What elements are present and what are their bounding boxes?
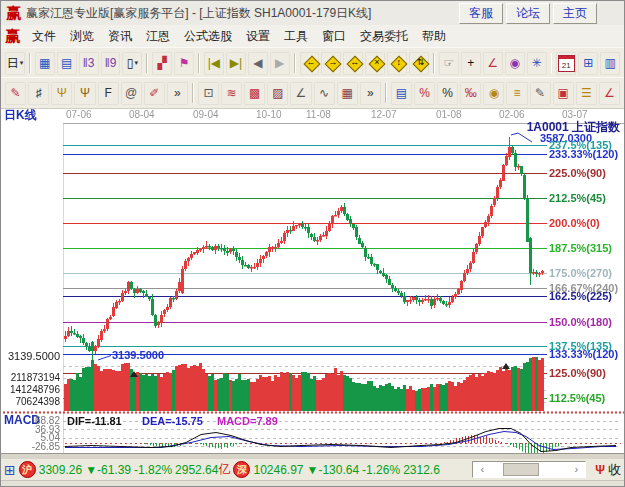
gold-band-icon: ☰: [581, 86, 592, 100]
fan-lines-button[interactable]: ≋: [221, 82, 242, 105]
sz-index-amount: 2312.6: [403, 463, 440, 477]
menu-gann[interactable]: 江恩: [139, 26, 177, 47]
candle-style-selector[interactable]: ▯▾: [122, 52, 142, 75]
minute-chart-9-icon: ‖9: [105, 56, 117, 70]
menu-settings[interactable]: 设置: [239, 26, 277, 47]
zoom-compress-right-button[interactable]: →: [321, 52, 341, 75]
angle-line-button[interactable]: ∠: [290, 82, 311, 105]
date-axis-label: 12-07: [371, 109, 397, 121]
indicator-flag-icon: ⚑: [179, 56, 190, 70]
calendar-button[interactable]: 21: [556, 52, 576, 75]
measure-tool-button[interactable]: ∠: [483, 52, 503, 75]
quote-board-button[interactable]: ▤: [57, 52, 77, 75]
gann-f-tool-button[interactable]: F: [98, 82, 119, 105]
gold-lines-icon: ≡: [513, 86, 520, 100]
window-tile-button[interactable]: ▦: [35, 52, 55, 75]
grid-net-icon: ▦: [342, 86, 353, 100]
more-tools-button[interactable]: »: [167, 82, 188, 105]
bottom-strip: [1, 480, 624, 487]
pattern-shade-icon: ▨: [272, 86, 283, 100]
zoom-compress-left-button[interactable]: ←: [300, 52, 320, 75]
scroll-right-arrow[interactable]: ›: [567, 463, 585, 476]
menu-tools[interactable]: 工具: [277, 26, 315, 47]
gann-gold-grid-2-button[interactable]: Ψ: [74, 82, 95, 105]
hand-tool-icon: ☞: [443, 56, 454, 70]
homepage-button[interactable]: 主页: [553, 3, 597, 24]
menu-window[interactable]: 窗口: [315, 26, 353, 47]
nav-last-button[interactable]: ▶|: [226, 52, 246, 75]
period-day-selector[interactable]: 日▾: [5, 52, 25, 75]
red-box-button[interactable]: ▣: [553, 82, 574, 105]
grid-net-button[interactable]: ▦: [337, 82, 358, 105]
gold-circle-button[interactable]: ◉: [483, 82, 504, 105]
forum-button[interactable]: 论坛: [506, 3, 550, 24]
pattern-shade-button[interactable]: ▨: [267, 82, 288, 105]
menu-news[interactable]: 资讯: [101, 26, 139, 47]
diamond-arrow-glyph: ×: [366, 57, 387, 67]
stats-table-button[interactable]: ▤: [391, 82, 412, 105]
percent-ruler-icon: %: [419, 86, 430, 100]
scroll-left-arrow[interactable]: ‹: [473, 463, 491, 476]
draw-pen-button[interactable]: ✎: [5, 82, 26, 105]
spiral-tool-button[interactable]: @: [121, 82, 142, 105]
date-axis-label: 01-08: [436, 109, 462, 121]
fan-lines-icon: ≋: [227, 86, 237, 100]
nav-first-button[interactable]: |◀: [204, 52, 224, 75]
sh-amount-unit: 亿: [218, 461, 230, 478]
sh-index-change: ▼-61.39: [85, 463, 131, 477]
angle-red-button[interactable]: ∠: [599, 82, 620, 105]
sz-index-pct: -1.26%: [362, 463, 400, 477]
pen-mark-button[interactable]: ✎: [530, 82, 551, 105]
red-box-icon: ▣: [558, 86, 569, 100]
zoom-expand-button[interactable]: ⇅: [409, 52, 429, 75]
pattern-box-button[interactable]: ▩: [244, 82, 265, 105]
measure-pen-button[interactable]: ✐: [144, 82, 165, 105]
quote-grid-icon[interactable]: ⊞: [4, 463, 16, 477]
zoom-cross-button[interactable]: ×: [365, 52, 385, 75]
left-price-label: 3139.5000: [1, 350, 60, 362]
date-axis-label: 11-08: [306, 109, 331, 121]
app-window: 日K线 1A0001 上证指数 3587.0300 3139.5000 3139…: [0, 0, 625, 487]
more-tools-2-button[interactable]: »: [360, 82, 381, 105]
crosshair-tool-button[interactable]: +: [461, 52, 481, 75]
minute-chart-9-button[interactable]: ‖9: [101, 52, 121, 75]
permille-tool-button[interactable]: ‰: [460, 82, 481, 105]
nav-last-icon: ▶|: [230, 56, 242, 70]
menu-file[interactable]: 文件: [25, 26, 63, 47]
zoom-vertical-button[interactable]: ↕: [387, 52, 407, 75]
menu-help[interactable]: 帮助: [415, 26, 453, 47]
scroll-thumb[interactable]: [503, 463, 539, 476]
gold-lines-button[interactable]: ≡: [506, 82, 527, 105]
window-tile-icon: ▦: [39, 56, 50, 70]
indicator-flag-button[interactable]: ⚑: [174, 52, 194, 75]
percent-ruler-button[interactable]: %: [414, 82, 435, 105]
nav-prev-button[interactable]: ◀: [248, 52, 268, 75]
nav-next-button[interactable]: ▶: [270, 52, 290, 75]
gann-level-label: 162.5%(225): [549, 290, 612, 302]
hand-tool-button[interactable]: ☞: [439, 52, 459, 75]
menu-trade-order[interactable]: 交易委托: [353, 26, 415, 47]
menu-formula-stock-pick[interactable]: 公式选股: [177, 26, 239, 47]
draw-box-button[interactable]: ⊡: [198, 82, 219, 105]
gann-grid-button[interactable]: ♯: [28, 82, 49, 105]
toolbar-separator: [551, 53, 553, 73]
toolbar-separator: [146, 53, 148, 73]
shanghai-market-icon[interactable]: 沪: [19, 461, 36, 478]
customer-service-button[interactable]: 客服: [459, 3, 503, 24]
panel-button[interactable]: ▥: [600, 52, 620, 75]
menu-browse[interactable]: 浏览: [63, 26, 101, 47]
gold-band-button[interactable]: ☰: [576, 82, 597, 105]
minute-chart-3-button[interactable]: ‖3: [79, 52, 99, 75]
gann-gold-grid-button[interactable]: Ψ: [51, 82, 72, 105]
gann-wheel-button[interactable]: ◉: [505, 52, 525, 75]
gann-level-label: 112.5%(45): [549, 392, 605, 404]
toolbar-separator: [29, 53, 31, 73]
calculator-button[interactable]: ⊞: [578, 52, 598, 75]
pattern-tool-button[interactable]: ▞: [152, 52, 172, 75]
zoom-horizontal-button[interactable]: ↔: [343, 52, 363, 75]
analysis-tool-button[interactable]: ✳: [527, 52, 547, 75]
shenzhen-market-icon[interactable]: 深: [233, 461, 250, 478]
zigzag-line-button[interactable]: ∿: [314, 82, 335, 105]
sz-index-change: ▼-130.64: [307, 463, 360, 477]
percent-tool-button[interactable]: %: [437, 82, 458, 105]
